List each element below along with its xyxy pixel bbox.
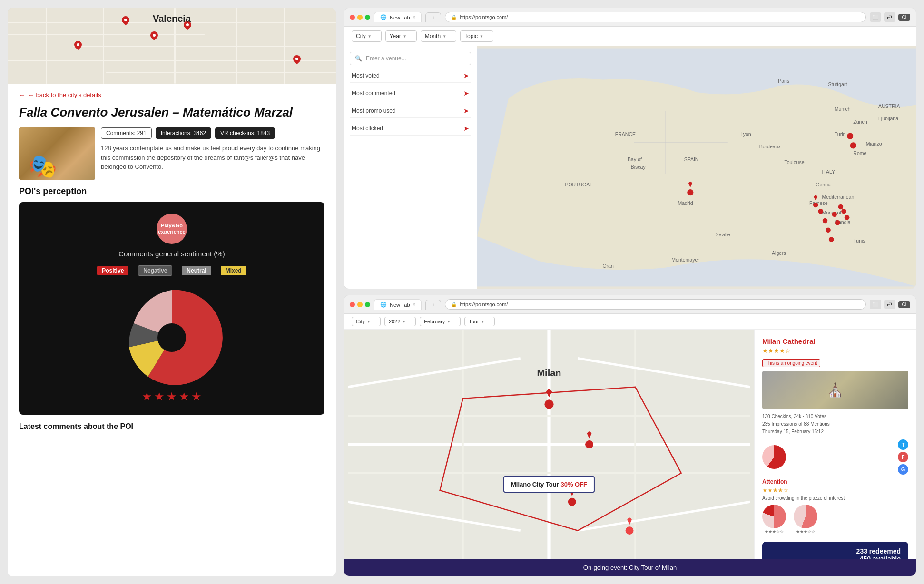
poi-title: Falla Convento Jerusalen – Matemático Ma… bbox=[19, 105, 324, 120]
new-tab-icon: + bbox=[432, 15, 434, 20]
cathedral-icon: ⛪ bbox=[827, 382, 844, 398]
browser-tab-new-2[interactable]: + bbox=[425, 300, 441, 310]
sort-most-promo[interactable]: Most promo used ➤ bbox=[350, 104, 471, 118]
available-text: 450 available bbox=[770, 555, 901, 559]
left-panel: Valencia ← ← back to the city's details … bbox=[8, 8, 336, 576]
search-icon: 🔍 bbox=[355, 55, 362, 62]
foursquare-icon[interactable]: F bbox=[898, 452, 908, 462]
address-bar[interactable]: 🔒 https://pointsgo.com/ bbox=[445, 12, 866, 22]
promo-box: Milano City Tour 30% OFF bbox=[503, 476, 595, 493]
svg-text:Genoa: Genoa bbox=[816, 182, 831, 187]
user-button[interactable]: Ci bbox=[898, 14, 910, 21]
svg-text:Toulouse: Toulouse bbox=[784, 159, 804, 165]
playgo-logo: Play&Go experience bbox=[157, 214, 187, 244]
city-filter-2[interactable]: City ▼ bbox=[352, 317, 381, 326]
tab-close-2[interactable]: × bbox=[413, 302, 416, 307]
topic-filter-2[interactable]: Tour ▼ bbox=[464, 317, 494, 326]
svg-point-0 bbox=[157, 323, 186, 352]
new-tab-icon-2: + bbox=[432, 302, 434, 308]
topic-filter[interactable]: Topic ▼ bbox=[460, 30, 493, 42]
tab-close[interactable]: × bbox=[413, 15, 416, 20]
svg-point-33 bbox=[687, 189, 693, 195]
svg-point-35 bbox=[818, 209, 824, 214]
month-filter-2[interactable]: February ▼ bbox=[420, 317, 461, 326]
year-filter-label: Year bbox=[390, 33, 401, 39]
search-placeholder: Enter a venue... bbox=[366, 55, 406, 62]
svg-point-59 bbox=[585, 440, 593, 448]
city-chevron: ▼ bbox=[368, 34, 372, 39]
window-action-1[interactable]: ⬜ bbox=[870, 12, 881, 22]
event-bar: On-going event: City Tour of Milan bbox=[344, 559, 916, 576]
dot-minimize-2[interactable] bbox=[357, 302, 363, 307]
address-bar-2[interactable]: 🔒 https://pointsgo.com/ bbox=[445, 299, 866, 310]
event-badge: This is an ongoing event bbox=[762, 359, 820, 367]
svg-text:Munich: Munich bbox=[835, 106, 851, 112]
svg-point-40 bbox=[835, 220, 840, 225]
browser-actions-2: ⬜ 🗗 Ci bbox=[870, 300, 910, 309]
browser-tab-2[interactable]: 🌐 New Tab × bbox=[374, 299, 422, 310]
svg-text:Mianzo: Mianzo bbox=[866, 141, 882, 146]
svg-point-61 bbox=[626, 526, 634, 535]
month-filter[interactable]: Month ▼ bbox=[421, 30, 456, 42]
negative-badge: Negative bbox=[138, 265, 172, 276]
dot-close[interactable] bbox=[350, 15, 355, 20]
legend-neutral: Neutral bbox=[182, 265, 211, 276]
city-filter-label-2: City bbox=[356, 319, 365, 324]
browser-dots bbox=[350, 15, 370, 20]
svg-text:Stuttgart: Stuttgart bbox=[828, 81, 847, 87]
sort-label-2: Most promo used bbox=[352, 107, 396, 114]
dot-close-2[interactable] bbox=[350, 302, 355, 307]
arrow-icon-0: ➤ bbox=[463, 72, 469, 79]
lock-icon: 🔒 bbox=[451, 15, 457, 20]
url-text: https://pointsgo.com/ bbox=[460, 14, 508, 20]
url-text-2: https://pointsgo.com/ bbox=[460, 302, 508, 307]
mini-pie-chart bbox=[762, 445, 786, 469]
comments-badge: Comments: 291 bbox=[101, 127, 152, 139]
window-action-4[interactable]: 🗗 bbox=[884, 300, 895, 309]
neutral-badge: Neutral bbox=[182, 266, 211, 275]
back-link[interactable]: ← ← back to the city's details bbox=[19, 91, 324, 98]
map-pin bbox=[293, 55, 301, 65]
perception-title: POI's perception bbox=[19, 186, 324, 196]
poi-description: 128 years contemplate us and make us fee… bbox=[101, 144, 324, 172]
svg-text:Paris: Paris bbox=[778, 78, 789, 84]
browser-tab[interactable]: 🌐 New Tab × bbox=[374, 12, 422, 22]
browser-tab-new[interactable]: + bbox=[425, 12, 441, 22]
bottom-browser: 🌐 New Tab × + 🔒 https://pointsgo.com/ ⬜ … bbox=[344, 295, 916, 576]
arrow-icon-2: ➤ bbox=[463, 107, 469, 115]
svg-text:Lyon: Lyon bbox=[740, 131, 751, 137]
mixed-badge: Mixed bbox=[221, 266, 246, 275]
dot-maximize-2[interactable] bbox=[365, 302, 370, 307]
svg-text:Madrid: Madrid bbox=[678, 200, 693, 206]
sort-label-0: Most voted bbox=[352, 72, 380, 79]
star-2: ★ bbox=[154, 390, 165, 403]
sort-label-1: Most commented bbox=[352, 90, 395, 97]
window-action-3[interactable]: ⬜ bbox=[870, 300, 881, 309]
poi-badges: Comments: 291 Interactions: 3462 VR chec… bbox=[101, 127, 324, 139]
sort-most-commented[interactable]: Most commented ➤ bbox=[350, 87, 471, 100]
mini-pie-2 bbox=[762, 505, 786, 528]
sort-most-clicked[interactable]: Most clicked ➤ bbox=[350, 122, 471, 136]
twitter-icon[interactable]: T bbox=[898, 439, 908, 450]
svg-text:Mediterranean: Mediterranean bbox=[822, 194, 854, 200]
promo-highlight: 30% OFF bbox=[560, 481, 587, 488]
svg-point-34 bbox=[813, 203, 818, 208]
positive-badge: Positive bbox=[97, 266, 128, 275]
milan-stars: ★★★★☆ bbox=[762, 347, 908, 354]
city-filter[interactable]: City ▼ bbox=[352, 30, 382, 42]
browser-chrome-top: 🌐 New Tab × + 🔒 https://pointsgo.com/ ⬜ … bbox=[344, 8, 916, 27]
dot-minimize[interactable] bbox=[357, 15, 363, 20]
svg-text:Farnese: Farnese bbox=[809, 200, 828, 206]
google-icon[interactable]: G bbox=[898, 464, 908, 475]
year-filter-2[interactable]: 2022 ▼ bbox=[384, 317, 416, 326]
user-button-2[interactable]: Ci bbox=[898, 301, 910, 308]
browser-content-top: 🔍 Enter a venue... Most voted ➤ Most com… bbox=[344, 46, 916, 289]
year-chevron-2: ▼ bbox=[402, 320, 406, 324]
dot-maximize[interactable] bbox=[365, 15, 370, 20]
year-value: 2022 bbox=[389, 319, 400, 324]
attention-text: Avoid crowding in the piazze of interest bbox=[762, 496, 908, 501]
sort-most-voted[interactable]: Most voted ➤ bbox=[350, 69, 471, 83]
search-box[interactable]: 🔍 Enter a venue... bbox=[350, 52, 471, 65]
window-action-2[interactable]: 🗗 bbox=[884, 12, 895, 22]
year-filter[interactable]: Year ▼ bbox=[385, 30, 417, 42]
